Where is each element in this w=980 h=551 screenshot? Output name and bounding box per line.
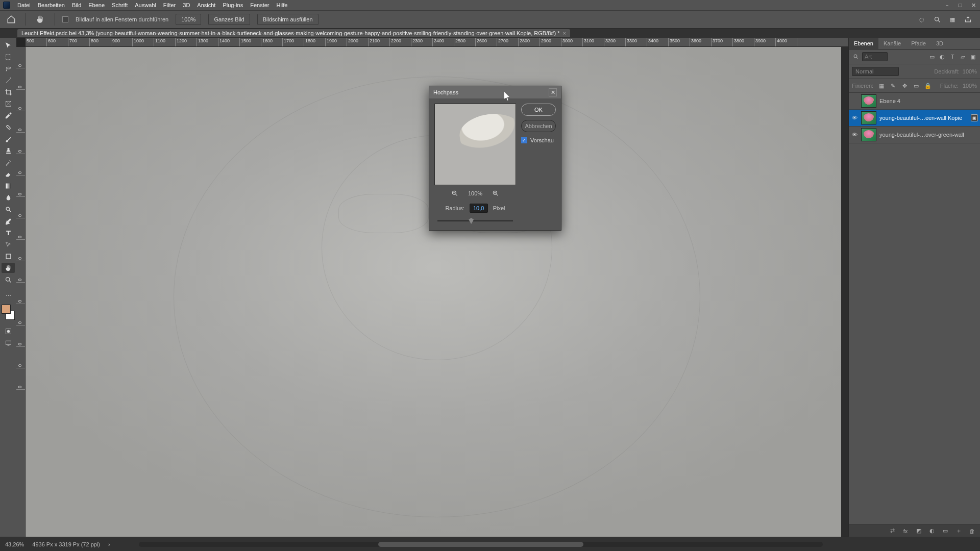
blur-tool-icon[interactable] [2, 192, 15, 203]
menu-type[interactable]: Schrift [112, 2, 128, 8]
layer-thumbnail[interactable] [861, 94, 876, 108]
window-close-icon[interactable]: ✕ [970, 2, 977, 9]
ok-button[interactable]: OK [521, 104, 556, 116]
lock-all-icon[interactable]: 🔒 [924, 82, 932, 90]
lock-transparency-icon[interactable]: ▦ [877, 82, 885, 90]
menu-help[interactable]: Hilfe [276, 2, 287, 8]
edit-toolbar-icon[interactable]: ⋯ [2, 291, 15, 301]
fit-screen-button[interactable]: Bildschirm ausfüllen [257, 14, 318, 25]
visibility-toggle-icon[interactable]: 👁 [851, 132, 858, 138]
filter-shape-icon[interactable]: ▱ [959, 53, 967, 61]
menu-3d[interactable]: 3D [183, 2, 190, 8]
eraser-tool-icon[interactable] [2, 169, 15, 179]
path-select-tool-icon[interactable] [2, 239, 15, 249]
lasso-tool-icon[interactable] [2, 63, 15, 73]
layer-mask-icon[interactable]: ◩ [915, 527, 923, 535]
search-icon[interactable] [932, 14, 942, 24]
hand-tool-slot-icon[interactable] [2, 263, 15, 273]
document-tab[interactable]: Leucht Effekt.psdc bei 43,3% (young-beau… [17, 29, 570, 37]
ruler-horizontal[interactable]: 5006007008009001000110012001300140015001… [26, 38, 848, 47]
marquee-tool-icon[interactable] [2, 52, 15, 62]
layer-fx-icon[interactable]: fx [901, 527, 910, 535]
home-icon[interactable] [4, 13, 18, 26]
tab-channels[interactable]: Kanäle [878, 38, 906, 49]
zoom-display[interactable]: 100% [176, 14, 201, 25]
zoom-tool-icon[interactable] [2, 274, 15, 285]
dialog-close-icon[interactable]: ✕ [549, 88, 557, 96]
menu-view[interactable]: Ansicht [197, 2, 215, 8]
healing-tool-icon[interactable] [2, 122, 15, 132]
cancel-button[interactable]: Abbrechen [521, 120, 556, 132]
tab-3d[interactable]: 3D [931, 38, 948, 49]
window-maximize-icon[interactable]: □ [957, 2, 964, 9]
lock-artboard-icon[interactable]: ▭ [913, 82, 920, 90]
quick-mask-icon[interactable] [2, 326, 15, 336]
dodge-tool-icon[interactable] [2, 204, 15, 214]
gradient-tool-icon[interactable] [2, 181, 15, 191]
pen-tool-icon[interactable] [2, 216, 15, 226]
link-layers-icon[interactable]: ⇄ [888, 527, 896, 535]
opacity-value[interactable]: 100% [963, 68, 977, 74]
adjustment-layer-icon[interactable]: ◐ [928, 527, 936, 535]
status-doc-info[interactable]: 4936 Px x 3319 Px (72 ppi) [32, 541, 100, 547]
menu-edit[interactable]: Bearbeiten [38, 2, 65, 8]
blend-mode-select[interactable]: Normal [852, 67, 899, 76]
layer-filter-input[interactable] [862, 52, 888, 61]
status-zoom[interactable]: 43,26% [5, 541, 24, 547]
zoom-out-icon[interactable] [451, 189, 459, 197]
visibility-toggle-icon[interactable] [851, 98, 858, 104]
move-tool-icon[interactable] [2, 40, 15, 50]
layer-row[interactable]: 👁 young-beautiful-…een-wall Kopie ▣ [849, 110, 980, 127]
stamp-tool-icon[interactable] [2, 145, 15, 156]
preview-checkbox[interactable]: ✓ [521, 137, 527, 143]
filter-pixel-icon[interactable]: ▭ [928, 53, 936, 61]
cloud-docs-icon[interactable]: ◌ [917, 14, 927, 24]
slider-thumb-icon[interactable] [469, 218, 474, 224]
lock-position-icon[interactable]: ✥ [901, 82, 909, 90]
visibility-toggle-icon[interactable]: 👁 [851, 115, 858, 121]
lock-paint-icon[interactable]: ✎ [889, 82, 897, 90]
new-layer-icon[interactable]: ＋ [954, 527, 963, 535]
menu-select[interactable]: Auswahl [135, 2, 156, 8]
layer-name[interactable]: Ebene 4 [879, 98, 978, 104]
horizontal-scrollbar[interactable] [139, 542, 823, 547]
layer-name[interactable]: young-beautiful-…een-wall Kopie [879, 115, 968, 121]
foreground-color-swatch[interactable] [2, 305, 11, 314]
filter-smart-icon[interactable]: ▣ [969, 53, 977, 61]
share-icon[interactable] [963, 14, 973, 24]
menu-image[interactable]: Bild [72, 2, 81, 8]
menu-plugins[interactable]: Plug-ins [223, 2, 243, 8]
screen-mode-icon[interactable] [2, 338, 15, 348]
scroll-all-windows-checkbox[interactable] [62, 16, 68, 22]
filter-type-icon[interactable]: T [948, 53, 957, 61]
layer-name[interactable]: young-beautiful-…over-green-wall [879, 132, 978, 138]
status-chevron-icon[interactable]: › [108, 541, 110, 547]
menu-filter[interactable]: Filter [163, 2, 176, 8]
layer-row[interactable]: Ebene 4 [849, 93, 980, 110]
close-tab-icon[interactable]: × [562, 30, 566, 36]
window-minimize-icon[interactable]: － [943, 2, 950, 9]
fill-value[interactable]: 100% [963, 83, 977, 89]
type-tool-icon[interactable] [2, 228, 15, 238]
shape-tool-icon[interactable] [2, 251, 15, 261]
ruler-vertical[interactable]: 0000000000000000 [16, 47, 26, 537]
workspace-icon[interactable]: ▦ [947, 14, 958, 24]
eyedropper-tool-icon[interactable] [2, 110, 15, 120]
dialog-titlebar[interactable]: Hochpass ✕ [429, 86, 561, 98]
delete-layer-icon[interactable]: 🗑 [968, 527, 976, 535]
hand-tool-icon[interactable] [33, 13, 47, 26]
zoom-in-icon[interactable] [492, 189, 500, 197]
fit-whole-button[interactable]: Ganzes Bild [208, 14, 250, 25]
history-brush-tool-icon[interactable] [2, 157, 15, 167]
tab-layers[interactable]: Ebenen [849, 38, 878, 49]
tab-paths[interactable]: Pfade [906, 38, 931, 49]
crop-tool-icon[interactable] [2, 87, 15, 97]
menu-window[interactable]: Fenster [250, 2, 269, 8]
layer-thumbnail[interactable] [861, 111, 876, 124]
layer-row[interactable]: 👁 young-beautiful-…over-green-wall [849, 127, 980, 143]
color-swatches[interactable] [2, 305, 15, 320]
layer-thumbnail[interactable] [861, 128, 876, 141]
filter-preview[interactable] [434, 104, 516, 185]
radius-input[interactable] [470, 204, 488, 213]
radius-slider[interactable] [434, 217, 516, 225]
